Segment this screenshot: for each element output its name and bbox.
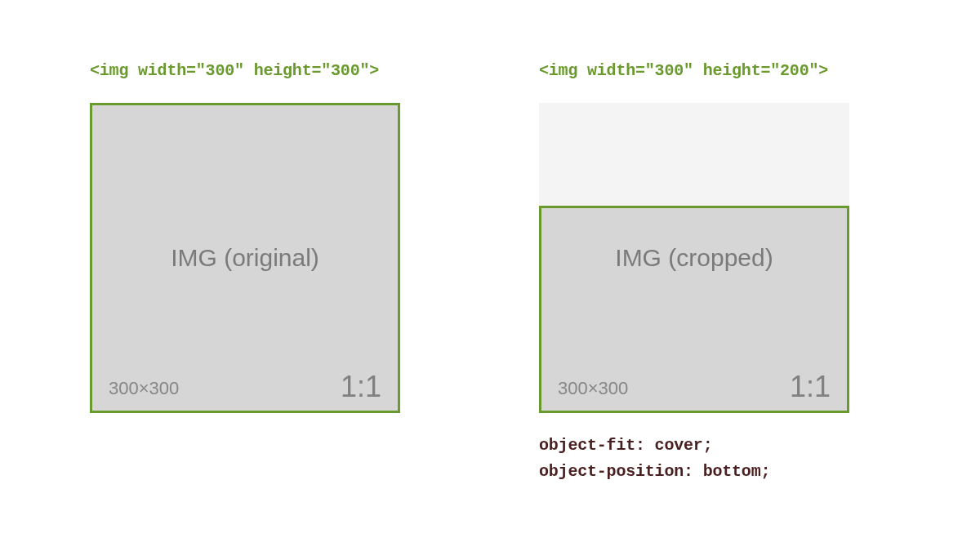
original-image-box: IMG (original) 300×300 1:1	[90, 103, 400, 413]
cropped-ratio-label: 1:1	[790, 370, 831, 404]
cropped-dim-label: 300×300	[558, 378, 628, 399]
diagram-container: <img width="300" height="300"> IMG (orig…	[0, 0, 980, 485]
css-properties-block: object-fit: cover; object-position: bott…	[539, 433, 890, 485]
left-panel: <img width="300" height="300"> IMG (orig…	[90, 61, 441, 485]
original-ratio-label: 1:1	[341, 370, 381, 404]
original-dim-label: 300×300	[109, 378, 179, 399]
cropped-center-label: IMG (cropped)	[541, 244, 847, 272]
right-panel: <img width="300" height="200"> IMG (crop…	[539, 61, 890, 485]
css-line-object-fit: object-fit: cover;	[539, 433, 890, 459]
original-image-inner: IMG (original) 300×300 1:1	[92, 105, 398, 411]
cropped-image-inner: IMG (cropped) 300×300 1:1	[541, 206, 847, 411]
cropped-image-box: IMG (cropped) 300×300 1:1	[539, 206, 849, 413]
right-image-area: IMG (cropped) 300×300 1:1	[539, 103, 890, 413]
right-code-heading: <img width="300" height="200">	[539, 61, 890, 80]
original-center-label: IMG (original)	[92, 244, 398, 272]
ghost-original-outline	[539, 103, 849, 206]
left-code-heading: <img width="300" height="300">	[90, 61, 441, 80]
left-image-area: IMG (original) 300×300 1:1	[90, 103, 441, 413]
css-line-object-position: object-position: bottom;	[539, 459, 890, 485]
